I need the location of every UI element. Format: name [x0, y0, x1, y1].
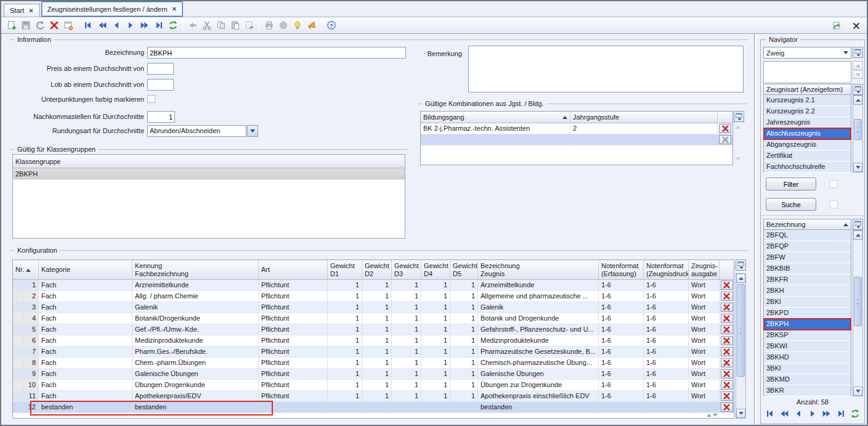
column-header-zeugnisausgabe[interactable]: Zeugnis-ausgabe — [689, 260, 720, 279]
bezeichnung-scrollbar[interactable] — [853, 230, 863, 396]
column-header-bezeichnung-zeugnis[interactable]: BezeichnungZeugnis — [478, 260, 599, 279]
delete-row-button[interactable] — [721, 281, 733, 290]
help-button[interactable]: ? — [324, 18, 338, 33]
column-header-kategorie[interactable]: Kategorie — [39, 260, 132, 279]
import-button[interactable] — [829, 18, 843, 33]
scroll-up-button[interactable] — [736, 274, 745, 283]
scroll-down-button[interactable] — [853, 70, 863, 79]
list-item[interactable]: 2BKSP — [764, 330, 851, 341]
list-item[interactable]: 3BKHD — [764, 352, 851, 363]
scrollbar-thumb[interactable] — [854, 119, 862, 140]
table-row[interactable]: 10 Fach Übungen Drogenkunde Pflichtunt 1… — [13, 380, 734, 391]
table-row[interactable]: 5 Fach Gef.-/Pfl.-/Umw.-Kde. Pflichtunt … — [13, 324, 734, 335]
nav-next-button[interactable] — [806, 408, 819, 420]
nav-last-button[interactable] — [835, 408, 847, 420]
list-item[interactable]: 2BFW — [764, 252, 851, 263]
filter-button[interactable]: Filter — [766, 178, 816, 190]
column-header-nr[interactable]: Nr. — [13, 260, 39, 279]
list-item[interactable]: 2BKFR — [764, 274, 851, 285]
bezeichnung-list-header[interactable]: Bezeichnung — [763, 219, 851, 230]
table-row[interactable]: 3 Fach Galenik Pflichtunt 1 1 1 1 1 Gale… — [13, 302, 734, 313]
list-item[interactable]: 3BKMD — [764, 374, 851, 385]
list-item[interactable]: Jahreszeugnis — [764, 117, 851, 128]
refresh-button[interactable] — [166, 18, 180, 33]
scroll-up-button[interactable] — [853, 231, 862, 240]
column-header-bildungsgang[interactable]: Bildungsgang — [421, 112, 570, 123]
delete-row-button[interactable] — [721, 325, 733, 334]
scroll-down-button[interactable] — [853, 387, 862, 396]
list-item[interactable]: Kurszeugnis 2.1 — [764, 95, 851, 106]
tab-zeugniseinstellungen[interactable]: Zeugniseinstellungen festlegen / ändern … — [41, 1, 183, 17]
nav-first-button[interactable] — [764, 408, 776, 420]
rundungsart-select[interactable]: Abrunden/Abschneiden — [147, 125, 246, 137]
cut-button[interactable] — [200, 18, 214, 33]
delete-row-button[interactable] — [721, 403, 733, 412]
list-item[interactable]: 2BKBIB — [764, 263, 851, 274]
delete-record-button[interactable] — [47, 18, 61, 33]
rundungsart-dropdown-button[interactable] — [247, 125, 258, 137]
table-row[interactable]: BK 2-j.Pharmaz.-techn. Assistenten 2 — [421, 123, 732, 134]
table-row[interactable] — [421, 134, 732, 145]
nav-fast-next-button[interactable] — [137, 18, 152, 33]
nav-first-button[interactable] — [81, 18, 95, 33]
list-item[interactable]: 2BKH — [764, 285, 851, 297]
close-tab-icon[interactable]: ✕ — [172, 6, 177, 12]
copy-button[interactable] — [214, 18, 228, 33]
column-header-art[interactable]: Art — [259, 260, 328, 279]
zeugnisart-header[interactable]: Zeugnisart (Anzeigeform) — [763, 84, 851, 95]
hint-lightbulb-button[interactable] — [290, 18, 304, 33]
list-item[interactable]: 2BKPD — [764, 308, 851, 319]
nav-next-button[interactable] — [123, 18, 137, 33]
lob-input[interactable] — [147, 79, 174, 91]
konfiguration-grid-options-button[interactable] — [736, 260, 746, 271]
table-row[interactable]: 4 Fach Botanik/Drogenkunde Pflichtunt 1 … — [13, 313, 734, 324]
select-region-button[interactable] — [242, 18, 256, 33]
suche-checkbox[interactable] — [830, 200, 838, 208]
back-arrow-button[interactable] — [185, 18, 200, 33]
table-row[interactable]: 8 Fach Chem.-pharm.Übungen Pflichtunt 1 … — [13, 358, 734, 369]
scrollbar-thumb[interactable] — [737, 284, 745, 377]
nav-prev-button[interactable] — [109, 18, 123, 33]
table-row[interactable]: 1 Fach Arzneimittelkunde Pflichtunt 1 1 … — [13, 280, 734, 291]
zeugnisart-grid-options-button[interactable] — [853, 84, 863, 95]
scroll-up-button[interactable] — [853, 96, 862, 105]
column-header-gewicht-d2[interactable]: GewichtD2 — [362, 260, 392, 279]
list-item[interactable]: 2BKI — [764, 297, 851, 308]
delete-row-button[interactable] — [721, 292, 733, 301]
disc-button[interactable] — [276, 18, 290, 33]
list-item[interactable]: 2BKPH — [764, 319, 851, 330]
list-item[interactable]: 2BKWI — [764, 341, 851, 352]
nav-fast-prev-button[interactable] — [778, 408, 790, 420]
zweig-grid-options-button[interactable] — [853, 47, 863, 58]
column-header-kennung[interactable]: KennungFachbezeichnung — [132, 260, 259, 279]
list-item[interactable]: 3BKR — [764, 385, 851, 396]
table-row[interactable]: 2BKPH — [13, 168, 405, 179]
column-header-gewicht-d5[interactable]: GewichtD5 — [450, 260, 478, 279]
column-header-klassengruppe[interactable]: Klassengruppe — [13, 155, 405, 168]
kombinationen-grid-options-button[interactable] — [734, 111, 744, 122]
row-spinner[interactable] — [707, 414, 718, 417]
delete-row-button[interactable] — [721, 358, 733, 367]
column-header-jahrgangsstufe[interactable]: Jahrgangsstufe — [570, 112, 718, 123]
column-header-gewicht-d3[interactable]: GewichtD3 — [392, 260, 421, 279]
zweig-select[interactable]: Zweig — [763, 47, 851, 59]
zeugnisart-scrollbar[interactable] — [853, 95, 863, 173]
list-item[interactable]: 3BKI — [764, 363, 851, 374]
delete-row-button[interactable] — [719, 124, 731, 133]
scrollbar-thumb[interactable] — [854, 277, 862, 326]
scroll-down-button[interactable] — [853, 163, 862, 172]
close-panel-button[interactable] — [849, 18, 863, 33]
column-header-gewicht-d4[interactable]: GewichtD4 — [421, 260, 450, 279]
unterpunktungen-checkbox[interactable] — [147, 95, 155, 103]
refresh-button[interactable] — [849, 408, 861, 420]
delete-row-button[interactable] — [721, 380, 733, 390]
close-tab-icon[interactable]: ✕ — [28, 7, 33, 14]
bezeichnung-grid-options-button[interactable] — [853, 219, 863, 230]
list-item[interactable]: Abgangszeugnis — [764, 139, 851, 150]
delete-row-button[interactable] — [721, 391, 733, 401]
list-item[interactable]: 2BFQP — [764, 241, 851, 252]
delete-row-button[interactable] — [721, 369, 733, 379]
scroll-down-button[interactable] — [736, 409, 745, 418]
bemerkung-textarea[interactable] — [468, 46, 744, 92]
list-item[interactable]: 2BFQL — [764, 230, 851, 241]
